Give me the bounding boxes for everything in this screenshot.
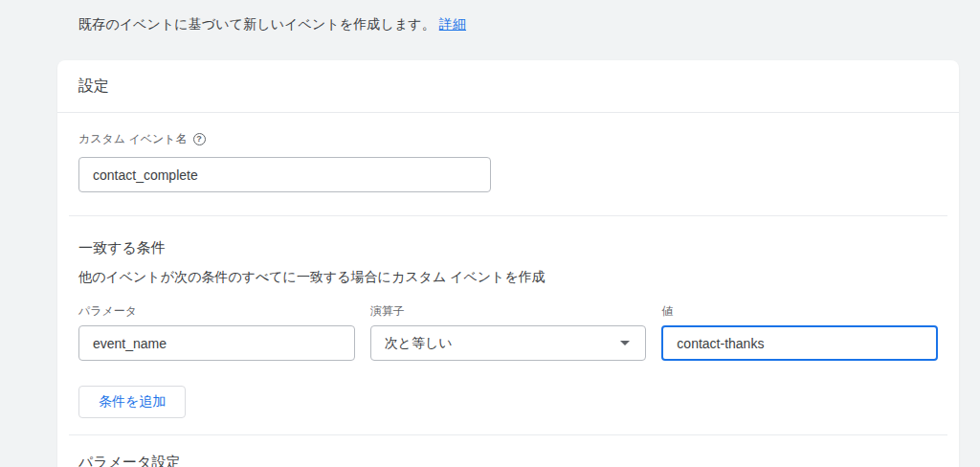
parameter-config-title: パラメータ設定: [78, 454, 938, 467]
settings-card-header: 設定: [57, 60, 959, 113]
condition-row: パラメータ 演算子 次と等しい 値: [78, 303, 938, 361]
operator-select[interactable]: 次と等しい: [370, 325, 647, 361]
page-description-text: 既存のイベントに基づいて新しいイベントを作成します。: [78, 16, 435, 32]
custom-event-name-input[interactable]: [78, 157, 491, 192]
settings-card-body: カスタム イベント名 ? 一致する条件 他のイベントが次の条件のすべてに一致する…: [57, 131, 959, 467]
matching-conditions-title: 一致する条件: [78, 239, 938, 257]
matching-conditions-description: 他のイベントが次の条件のすべてに一致する場合にカスタム イベントを作成: [78, 269, 938, 286]
value-input[interactable]: [661, 325, 938, 361]
operator-selected-value: 次と等しい: [385, 335, 453, 352]
value-field: 値: [661, 303, 938, 361]
custom-event-name-label: カスタム イベント名 ?: [78, 131, 938, 147]
parameter-field-label: パラメータ: [78, 303, 355, 320]
help-icon[interactable]: ?: [193, 133, 206, 145]
page-description: 既存のイベントに基づいて新しいイベントを作成します。 詳細: [0, 0, 980, 33]
operator-field: 演算子 次と等しい: [370, 303, 647, 361]
custom-event-name-label-text: カスタム イベント名: [78, 131, 188, 147]
parameter-field: パラメータ: [78, 303, 355, 361]
settings-card: 設定 カスタム イベント名 ? 一致する条件 他のイベントが次の条件のすべてに一…: [57, 60, 959, 467]
operator-field-label: 演算子: [370, 303, 647, 320]
chevron-down-icon: [620, 341, 630, 345]
parameter-input[interactable]: [78, 325, 355, 361]
value-field-label: 値: [661, 303, 938, 320]
details-link[interactable]: 詳細: [439, 16, 466, 32]
divider: [69, 215, 947, 216]
divider: [69, 434, 947, 435]
settings-card-title: 設定: [78, 77, 109, 97]
add-condition-button[interactable]: 条件を追加: [78, 386, 186, 418]
